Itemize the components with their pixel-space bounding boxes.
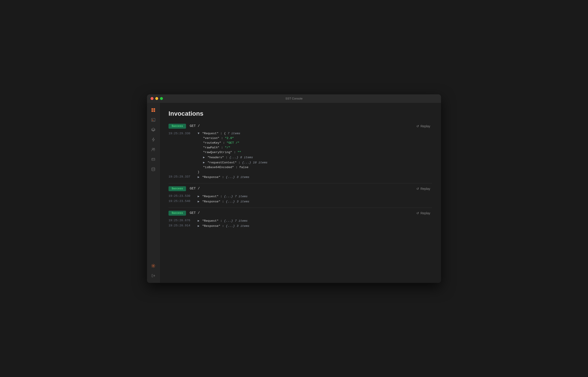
log-line: "rawPath" : "/" bbox=[169, 145, 432, 150]
replay-button[interactable]: ↺ Replay bbox=[415, 123, 432, 129]
sidebar-item-exit[interactable] bbox=[149, 271, 158, 280]
route-label: GET / bbox=[190, 124, 200, 128]
sidebar-item-invocations[interactable] bbox=[149, 106, 158, 115]
log-content: ▼ "Request" : { 7 items bbox=[198, 132, 432, 135]
expand-triangle[interactable]: ▶ bbox=[198, 200, 199, 203]
minimize-button[interactable] bbox=[155, 97, 158, 100]
app-window: SST Console bbox=[147, 94, 441, 283]
log-line: ▶ "requestContext" : {...} 10 items bbox=[169, 160, 432, 165]
divider bbox=[169, 183, 432, 183]
log-content: ▶ "Response" : {...} 3 items bbox=[198, 200, 432, 203]
svg-point-11 bbox=[153, 265, 154, 266]
close-button[interactable] bbox=[150, 97, 153, 100]
route-label: GET / bbox=[190, 187, 200, 190]
svg-rect-2 bbox=[151, 110, 153, 112]
app-body: Invocations Success GET / ↺ Replay bbox=[147, 103, 441, 283]
log-content: ▶ "Request" : {...} 7 items bbox=[198, 219, 432, 223]
log-line: 19:25:23.540 ▶ "Response" : {...} 3 item… bbox=[169, 199, 432, 204]
log-content: ▶ "headers" : {...} 8 items bbox=[203, 155, 432, 159]
svg-point-6 bbox=[154, 148, 155, 149]
log-content: ▶ "Response" : {...} 3 items bbox=[198, 224, 432, 228]
log-line: 19:25:20.676 ▶ "Request" : {...} 7 items bbox=[169, 218, 432, 223]
timestamp: 19:25:29.330 bbox=[169, 132, 193, 135]
divider bbox=[169, 208, 432, 208]
page-title: Invocations bbox=[169, 110, 432, 117]
timestamp: 19:25:29.337 bbox=[169, 175, 193, 178]
svg-point-9 bbox=[152, 160, 153, 160]
sidebar-item-terminal[interactable] bbox=[149, 116, 158, 124]
expand-triangle[interactable]: ▶ bbox=[198, 219, 199, 223]
log-content: ▶ "requestContext" : {...} 10 items bbox=[203, 161, 432, 164]
traffic-lights bbox=[150, 97, 163, 100]
svg-rect-4 bbox=[151, 118, 155, 121]
log-content: "rawQueryString" : "" bbox=[203, 151, 432, 154]
svg-rect-1 bbox=[153, 108, 155, 110]
expand-triangle[interactable]: ▶ bbox=[203, 156, 205, 159]
log-line: ▶ "headers" : {...} 8 items bbox=[169, 155, 432, 160]
replay-icon: ↺ bbox=[416, 187, 419, 190]
window-title: SST Console bbox=[286, 97, 302, 100]
status-badge: Success bbox=[169, 124, 186, 129]
invocation-header: Success GET / ↺ Replay bbox=[169, 211, 432, 216]
log-line: 19:25:23.530 ▶ "Request" : {...} 7 items bbox=[169, 194, 432, 199]
log-content: ▶ "Response" : {...} 3 items bbox=[198, 175, 432, 179]
svg-point-5 bbox=[152, 148, 153, 150]
timestamp: 19:25:20.914 bbox=[169, 224, 193, 227]
log-line: "routeKey" : "GET /" bbox=[169, 141, 432, 145]
main-content: Invocations Success GET / ↺ Replay bbox=[160, 103, 441, 283]
timestamp: 19:25:23.540 bbox=[169, 200, 193, 203]
sidebar bbox=[147, 103, 160, 283]
log-content: ▶ "Request" : {...} 7 items bbox=[198, 194, 432, 198]
sidebar-item-storage[interactable] bbox=[149, 155, 158, 164]
log-line: 19:25:29.330 ▼ "Request" : { 7 items bbox=[169, 131, 432, 136]
log-line: 19:25:20.914 ▶ "Response" : {...} 3 item… bbox=[169, 223, 432, 228]
sidebar-item-users[interactable] bbox=[149, 145, 158, 154]
sidebar-item-events[interactable] bbox=[149, 135, 158, 144]
expand-triangle[interactable]: ▶ bbox=[203, 161, 205, 164]
log-content: "rawPath" : "/" bbox=[203, 146, 432, 149]
invocation-card: Success GET / ↺ Replay 19:25:23.530 ▶ bbox=[169, 186, 432, 204]
sidebar-item-database[interactable] bbox=[149, 165, 158, 174]
svg-rect-7 bbox=[152, 158, 155, 161]
timestamp: 19:25:23.530 bbox=[169, 194, 193, 198]
invocation-header: Success GET / ↺ Replay bbox=[169, 186, 432, 191]
svg-point-8 bbox=[152, 158, 153, 159]
svg-rect-3 bbox=[153, 110, 155, 112]
invocation-card: Success GET / ↺ Replay 19:25:20.676 ▶ bbox=[169, 211, 432, 228]
invocation-card: Success GET / ↺ Replay 19:25:29.330 bbox=[169, 123, 432, 179]
svg-rect-0 bbox=[151, 108, 153, 110]
log-line: "rawQueryString" : "" bbox=[169, 150, 432, 155]
expand-triangle[interactable]: ▶ bbox=[198, 176, 199, 179]
expand-triangle[interactable]: ▶ bbox=[198, 195, 199, 198]
expand-triangle[interactable]: ▶ bbox=[198, 224, 199, 228]
replay-icon: ↺ bbox=[416, 124, 419, 128]
log-line: "isBase64Encoded" : false bbox=[169, 165, 432, 170]
sidebar-item-settings[interactable] bbox=[149, 261, 158, 270]
maximize-button[interactable] bbox=[160, 97, 163, 100]
log-content: "routeKey" : "GET /" bbox=[203, 141, 432, 145]
expand-triangle[interactable]: ▼ bbox=[198, 132, 199, 135]
log-line: } bbox=[169, 170, 432, 174]
log-content: "version" : "2.0" bbox=[203, 137, 432, 140]
sidebar-bottom bbox=[149, 261, 158, 280]
title-bar: SST Console bbox=[147, 94, 441, 103]
svg-point-10 bbox=[152, 167, 155, 169]
route-label: GET / bbox=[190, 211, 200, 215]
log-content: } bbox=[198, 170, 432, 174]
log-line: 19:25:29.337 ▶ "Response" : {...} 3 item… bbox=[169, 174, 432, 179]
log-content: "isBase64Encoded" : false bbox=[203, 166, 432, 169]
timestamp: 19:25:20.676 bbox=[169, 219, 193, 222]
invocation-header: Success GET / ↺ Replay bbox=[169, 123, 432, 129]
replay-button[interactable]: ↺ Replay bbox=[415, 186, 432, 191]
sidebar-item-layers[interactable] bbox=[149, 125, 158, 134]
replay-icon: ↺ bbox=[416, 211, 419, 215]
log-line: "version" : "2.0" bbox=[169, 136, 432, 141]
status-badge: Success bbox=[169, 186, 186, 191]
replay-button[interactable]: ↺ Replay bbox=[415, 211, 432, 216]
status-badge: Success bbox=[169, 211, 186, 216]
